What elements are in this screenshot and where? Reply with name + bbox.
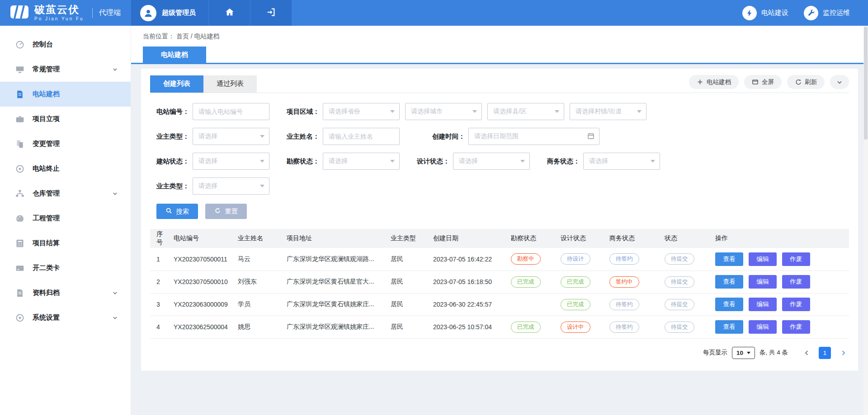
void-button[interactable]: 作废 [782,275,810,289]
logout-icon [266,7,276,19]
chevron-right-icon [840,350,847,356]
view-button[interactable]: 查看 [715,320,743,334]
sidebar-item-general-mgmt[interactable]: 常规管理 [0,57,131,82]
owner-type2-select[interactable]: 请选择 [193,177,269,195]
avatar [140,5,156,21]
pagination: 每页显示 10 条, 共 4 条 1 [150,347,849,359]
status-badge: 待提交 [665,276,694,288]
calculator-icon [15,239,24,248]
caret-down-icon [472,110,477,113]
county-select[interactable]: 请选择县/区 [487,103,564,120]
prev-page-button[interactable] [801,347,812,359]
caret-down-icon [260,185,264,187]
date-range-picker[interactable]: 请选择日期范围 [468,128,599,145]
sidebar-item-project-settlement[interactable]: 项目结算 [0,231,131,256]
main-content: 当前位置： 首页 / 电站建档 电站建档 创建列表 通过列表 电站建档 全屏 [131,26,868,415]
search-button[interactable]: 搜索 [156,204,198,219]
sidebar-item-warehouse-mgmt[interactable]: 仓库管理 [0,181,131,206]
void-button[interactable]: 作废 [782,252,810,266]
status-badge: 已完成 [561,299,590,310]
owner-name-input[interactable] [323,128,400,145]
edit-button[interactable]: 编辑 [749,252,777,266]
caret-down-icon [747,352,750,354]
business-status-select[interactable]: 请选择 [583,153,660,170]
dashboard-icon [15,214,24,223]
view-button[interactable]: 查看 [715,252,743,266]
caret-down-icon [260,160,264,163]
view-button[interactable]: 查看 [715,275,743,289]
station-table: 序号 电站编号 业主姓名 项目地址 业主类型 创建日期 勘察状态 设计状态 商务… [150,229,849,339]
user-menu[interactable]: 超级管理员 [131,0,208,26]
tab-passed-list[interactable]: 通过列表 [203,75,257,93]
build-status-select[interactable]: 请选择 [193,153,269,170]
sidebar: 控制台 常规管理 电站建档 项目立项 变更管理 电站终止 仓库管理 [0,26,131,415]
sidebar-item-station-archive[interactable]: 电站建档 [0,82,131,107]
table-header-row: 序号 电站编号 业主姓名 项目地址 业主类型 创建日期 勘察状态 设计状态 商务… [150,229,849,248]
sidebar-item-project-initiation[interactable]: 项目立项 [0,107,131,131]
create-time-label: 创建时间： [432,132,468,141]
brand-divider [92,8,93,18]
survey-status-select[interactable]: 请选择 [323,153,400,170]
sidebar-item-engineering-mgmt[interactable]: 工程管理 [0,206,131,231]
collapse-button[interactable] [830,75,849,89]
user-icon [143,8,153,18]
edit-button[interactable]: 编辑 [749,298,777,311]
top-bar: 破茧云伏 Po Jian Yun Fu 代理端 超级管理员 [0,0,868,26]
status-badge: 待签约 [609,299,639,310]
status-badge: 待签约 [609,322,639,333]
page-tab-station-archive[interactable]: 电站建档 [143,47,206,63]
table-row: 3 YX2023063000009 学员 广东深圳龙华区黄石镇姚家庄... 居民… [150,293,849,316]
owner-type-label: 业主类型： [156,132,193,141]
breadcrumb-path[interactable]: 首页 / 电站建档 [176,33,220,40]
owner-type-select[interactable]: 请选择 [193,128,269,145]
logout-button[interactable] [250,0,292,26]
sidebar-item-data-archive[interactable]: 资料归档 [0,280,131,305]
nav-monitor-ops-label: 监控运维 [823,9,850,17]
caret-down-icon [390,160,395,163]
status-badge: 待提交 [665,253,694,265]
scrollbar-thumb[interactable] [864,27,868,140]
town-select[interactable]: 请选择村镇/街道 [570,103,646,120]
plus-icon [697,79,703,85]
chevron-down-icon [836,79,843,85]
refresh-button[interactable]: 刷新 [787,75,825,89]
chevron-down-icon [112,315,118,321]
create-station-button[interactable]: 电站建档 [689,75,739,89]
void-button[interactable]: 作废 [782,320,810,334]
reset-button[interactable]: 重置 [205,204,247,219]
refresh-icon [795,79,802,85]
fullscreen-button[interactable]: 全屏 [744,75,782,89]
sidebar-item-open-class2-card[interactable]: 开二类卡 [0,256,131,280]
per-page-select[interactable]: 10 [732,347,755,359]
status-badge: 待提交 [665,299,694,310]
card-icon [15,264,24,273]
scrollbar-track[interactable] [863,26,868,415]
station-code-input[interactable] [193,103,269,120]
sidebar-item-console[interactable]: 控制台 [0,32,131,57]
copy-icon [15,140,24,149]
content-card: 创建列表 通过列表 电站建档 全屏 刷新 [141,69,858,371]
tab-create-list[interactable]: 创建列表 [150,75,203,93]
view-button[interactable]: 查看 [715,298,743,311]
design-status-select[interactable]: 请选择 [453,153,530,170]
home-button[interactable] [208,0,250,26]
caret-down-icon [520,160,525,163]
sidebar-item-station-terminate[interactable]: 电站终止 [0,156,131,181]
province-select[interactable]: 请选择省份 [323,103,400,120]
edit-button[interactable]: 编辑 [749,320,777,334]
page-number-button[interactable]: 1 [819,347,831,359]
city-select[interactable]: 请选择城市 [405,103,482,120]
top-bar-center: 超级管理员 [131,0,292,26]
sidebar-item-system-settings[interactable]: 系统设置 [0,305,131,330]
next-page-button[interactable] [837,347,849,359]
filter-actions: 搜索 重置 [156,204,849,219]
nav-monitor-ops[interactable]: 监控运维 [804,6,850,20]
sidebar-item-change-mgmt[interactable]: 变更管理 [0,131,131,156]
edit-button[interactable]: 编辑 [749,275,777,289]
void-button[interactable]: 作废 [782,298,810,311]
caret-down-icon [651,160,655,163]
nav-station-build[interactable]: 电站建设 [742,6,788,20]
caret-down-icon [260,135,264,138]
caret-down-icon [555,110,559,113]
chevron-down-icon [112,290,118,296]
